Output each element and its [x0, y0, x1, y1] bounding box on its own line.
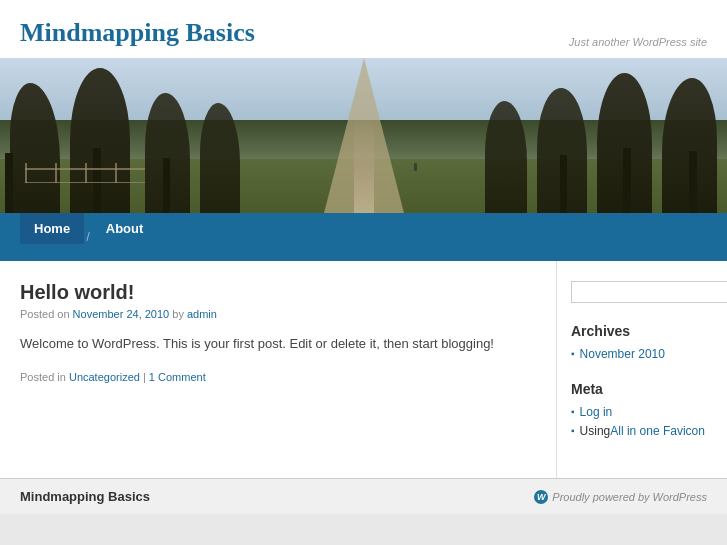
- meta-login-link[interactable]: Log in: [580, 405, 613, 419]
- nav-item-home[interactable]: Home: [20, 213, 84, 261]
- hero-image: [0, 58, 727, 213]
- footer-title: Mindmapping Basics: [20, 489, 150, 504]
- list-item: Using All in one Favicon: [571, 424, 713, 438]
- post-footer: Posted in Uncategorized | 1 Comment: [20, 371, 536, 383]
- archives-list: November 2010: [571, 347, 713, 361]
- post-author-link[interactable]: admin: [187, 308, 217, 320]
- list-item: Log in: [571, 405, 713, 419]
- site-footer: Mindmapping Basics W Proudly powered by …: [0, 478, 727, 514]
- post-title: Hello world!: [20, 281, 536, 304]
- main-content: Hello world! Posted on November 24, 2010…: [0, 261, 557, 478]
- post-content: Welcome to WordPress. This is your first…: [20, 334, 536, 355]
- meta-list: Log in Using All in one Favicon: [571, 405, 713, 438]
- list-item: November 2010: [571, 347, 713, 361]
- nav-link-about[interactable]: About: [92, 213, 158, 244]
- site-header: Mindmapping Basics Just another WordPres…: [0, 0, 727, 58]
- sidebar: Search Archives November 2010 Meta Log i…: [557, 261, 727, 478]
- meta-title: Meta: [571, 381, 713, 397]
- post-footer-prefix: Posted in: [20, 371, 66, 383]
- post-date-link[interactable]: November 24, 2010: [73, 308, 170, 320]
- archives-title: Archives: [571, 323, 713, 339]
- archives-widget: Archives November 2010: [571, 323, 713, 361]
- footer-credit-text: Proudly powered by WordPress: [552, 491, 707, 503]
- meta-using-prefix: Using: [580, 424, 611, 438]
- footer-credit: W Proudly powered by WordPress: [534, 490, 707, 504]
- nav-separator: /: [84, 213, 92, 261]
- post-category-link[interactable]: Uncategorized: [69, 371, 140, 383]
- post-meta: Posted on November 24, 2010 by admin: [20, 308, 536, 320]
- navigation: Home / About: [0, 213, 727, 261]
- wordpress-icon: W: [534, 490, 548, 504]
- site-title[interactable]: Mindmapping Basics: [20, 18, 255, 48]
- post-author-prefix: by: [172, 308, 187, 320]
- site-tagline: Just another WordPress site: [569, 36, 707, 48]
- archive-link-nov2010[interactable]: November 2010: [580, 347, 665, 361]
- post-comment-link[interactable]: 1 Comment: [149, 371, 206, 383]
- meta-widget: Meta Log in Using All in one Favicon: [571, 381, 713, 438]
- nav-link-home[interactable]: Home: [20, 213, 84, 244]
- post: Hello world! Posted on November 24, 2010…: [20, 281, 536, 383]
- content-wrapper: Hello world! Posted on November 24, 2010…: [0, 261, 727, 478]
- meta-favicon-link[interactable]: All in one Favicon: [610, 424, 705, 438]
- post-meta-prefix: Posted on: [20, 308, 73, 320]
- nav-item-about[interactable]: About: [92, 213, 158, 261]
- search-widget: Search: [571, 281, 713, 303]
- search-input[interactable]: [571, 281, 727, 303]
